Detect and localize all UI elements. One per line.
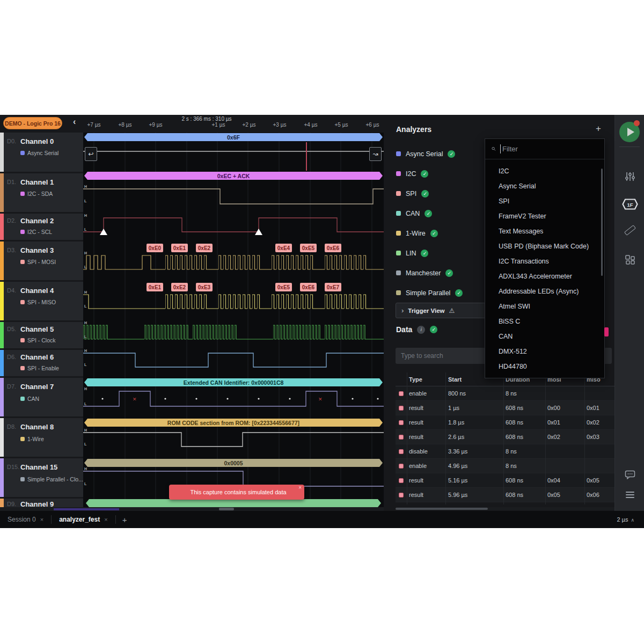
analyzer-tag[interactable]: I2C - SDA [20,191,53,197]
row-color-swatch [399,478,404,483]
col-start[interactable]: Start [448,376,462,383]
analyzer-options-list: I2CAsync SerialSPIFrameV2 TesterText Mes… [485,159,604,374]
analyzer-option[interactable]: FrameV2 Tester [485,209,604,224]
enabled-check-icon[interactable] [430,230,438,237]
analyzer-option[interactable]: SPI [485,194,604,209]
channel-name: Channel 0 [20,137,54,145]
close-icon[interactable] [104,516,107,523]
timeline-ruler[interactable]: +7 µs+8 µs+9 µs+1 µs+2 µs+3 µs+4 µs+5 µs… [83,122,384,130]
channel-row-d0[interactable]: D0. Channel 0 Async Serial [0,133,83,172]
enabled-check-icon[interactable] [445,269,453,277]
col-type[interactable]: Type [409,376,422,383]
filter-input[interactable] [500,144,598,153]
toast-close-icon[interactable] [298,485,302,491]
analyzer-picker-dropdown: I2CAsync SerialSPIFrameV2 TesterText Mes… [485,138,605,378]
analyzer-tag[interactable]: SPI - Enable [20,365,59,371]
analyzer-option[interactable]: BiSS C [485,314,604,329]
analyzer-option[interactable]: Atmel SWI [485,299,604,314]
new-tab-button[interactable]: + [116,515,134,524]
data-table-row[interactable]: result 2.6 µs 608 ns 0x02 0x03 [396,430,614,444]
channel-name: Channel 1 [20,178,54,186]
analyzer-option[interactable]: I2C [485,164,604,179]
enabled-check-icon[interactable] [421,170,428,178]
data-check-icon[interactable] [430,326,437,333]
enabled-check-icon[interactable] [421,190,429,197]
info-icon[interactable] [417,326,425,334]
channel-row-d8[interactable]: D8. Channel 8 1-Wire [0,418,83,457]
capture-settings-icon[interactable] [615,171,644,182]
enabled-check-icon[interactable] [421,250,428,257]
channel-row-d7[interactable]: D7. Channel 7 CAN [0,378,83,416]
device-1f-badge[interactable]: 1F [615,198,644,210]
analyzer-option[interactable]: Async Serial [485,179,604,194]
channel-row-d5[interactable]: D5. Channel 5 SPI - Clock [0,322,83,348]
hscrollbar-thumb[interactable] [219,508,234,510]
channel-index: D4. [7,287,16,294]
enabled-check-icon[interactable] [425,210,432,217]
zoom-level-indicator[interactable]: 2 µs [617,511,634,528]
analyzer-option[interactable]: Addressable LEDs (Async) [485,284,604,299]
channel-row-d3[interactable]: D3. Channel 3 SPI - MOSI [0,241,83,280]
level-label-h: H [84,467,87,471]
analyzer-tag[interactable]: Async Serial [20,150,58,156]
data-table-row[interactable]: enable 800 ns 8 ns [396,386,614,401]
cell-start: 2.6 µs [448,434,464,440]
add-analyzer-button[interactable]: + [596,123,601,134]
analyzer-label: I2C [406,170,416,178]
analyzer-option[interactable]: HD44780 [485,359,604,374]
channel-row-d15[interactable]: D15. Channel 15 Simple Parallel - Clo... [0,458,83,497]
feedback-chat-icon[interactable] [615,470,644,479]
enabled-check-icon[interactable] [448,150,455,158]
collapse-sidebar-icon[interactable]: ‹ [73,117,76,127]
analyzer-tag[interactable]: I2C - SCL [20,229,52,235]
table-scrollbar-thumb[interactable] [396,508,488,510]
analyzer-option[interactable]: Text Messages [485,224,604,239]
waveform-viewport[interactable]: ✕ ✕ 0x6F 0xEC + ACK Extended CAN Identif… [83,133,384,508]
close-icon[interactable] [40,516,43,523]
frame-bar-parallel[interactable]: 0x0005 [84,459,383,467]
tab-analyzer-fest[interactable]: analyzer_fest [52,511,115,528]
demo-badge[interactable]: DEMO - Logic Pro 16 [3,117,62,129]
frame-bar-i2c[interactable]: 0xEC + ACK [84,172,383,180]
measure-ruler-icon[interactable] [615,228,644,232]
analyzer-tag[interactable]: SPI - Clock [20,337,56,343]
analyzer-option[interactable]: CAN [485,329,604,344]
frame-bar-1wire[interactable]: ROM CODE section from ROM: [0x2233445566… [84,419,383,427]
tab-session-0[interactable]: Session 0 [0,511,51,528]
channel-row-d4[interactable]: D4. Channel 4 SPI - MISO [0,282,83,320]
channel-name: Channel 3 [20,246,54,254]
analyzer-option[interactable]: ADXL343 Accelerometer [485,269,604,284]
data-table-row[interactable]: result 1.8 µs 608 ns 0x01 0x02 [396,415,614,430]
analyzer-tag[interactable]: CAN [20,396,39,402]
dropdown-scrollbar[interactable] [601,169,603,276]
analyzer-tag[interactable]: SPI - MISO [20,299,56,305]
analyzer-option[interactable]: DMX-512 [485,344,604,359]
channel-row-d2[interactable]: D2. Channel 2 I2C - SCL [0,214,83,240]
table-hscrollbar[interactable] [396,507,614,510]
analyzer-option[interactable]: I2C Transactions [485,254,604,269]
filter-row[interactable] [485,139,604,159]
analyzer-option[interactable]: USB PD (Biphase Mark Code) [485,239,604,254]
analyzer-tag[interactable]: Simple Parallel - Clo... [20,476,83,482]
channel-row-d1[interactable]: D1. Channel 1 I2C - SDA [0,173,83,212]
tab-label: analyzer_fest [59,516,100,523]
analyzer-tag-label: SPI - Clock [27,337,56,343]
frame-bar-ch9[interactable] [86,499,381,507]
data-table-row[interactable]: result 5.96 µs 608 ns 0x05 0x06 [396,488,614,502]
notification-badge [604,327,609,336]
data-table-row[interactable]: result 1 µs 608 ns 0x00 0x01 [396,401,614,415]
frame-bar-can[interactable]: Extended CAN Identifier: 0x000001C8 [84,378,383,386]
main-menu-icon[interactable] [615,492,644,498]
frame-bar-async[interactable]: 0x6F [84,133,383,141]
analyzer-tag[interactable]: 1-Wire [20,436,44,442]
trigger-view-button[interactable]: Trigger View [396,303,486,318]
layout-grid-icon[interactable] [615,254,644,265]
data-table-row[interactable]: result 5.16 µs 608 ns 0x04 0x05 [396,473,614,488]
enabled-check-icon[interactable] [455,289,463,297]
channel-row-d6[interactable]: D6. Channel 6 SPI - Enable [0,350,83,376]
analyzer-tag[interactable]: SPI - MOSI [20,259,56,265]
playhead-marker[interactable] [306,142,307,171]
data-table-row[interactable]: enable 4.96 µs 8 ns [396,459,614,473]
data-table-row[interactable]: disable 3.36 µs 8 ns [396,444,614,459]
cell-miso: 0x06 [587,492,599,498]
